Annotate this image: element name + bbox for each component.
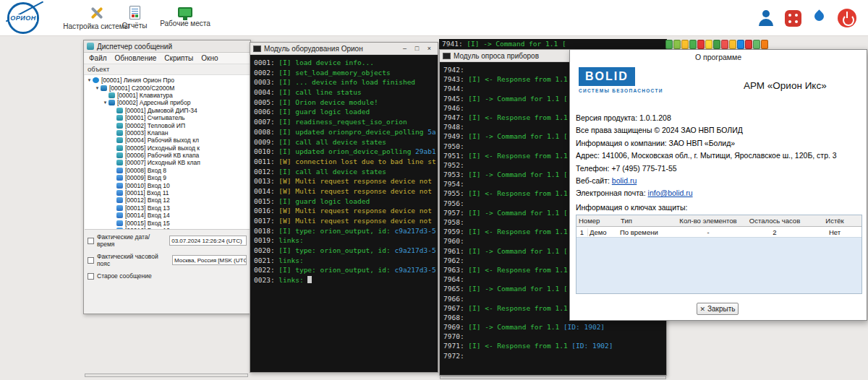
dialog-close-button[interactable]: ✕ Закрыть — [697, 303, 739, 315]
terminal-line: 7969: [I] -> Command for 1.1 [ID: 1902] — [443, 322, 665, 332]
orion-logo: ОРИОН — [7, 2, 39, 34]
line-number: 7951: — [443, 152, 468, 160]
panel-icon — [101, 85, 107, 91]
tree-item-label: [00004] Рабочий выход кл — [125, 137, 199, 144]
tree-item[interactable]: [00001] Дымовой ДИП-34 — [85, 107, 250, 114]
pin-icon[interactable] — [812, 10, 827, 26]
keys-table-row[interactable]: 1ДемоПо времени-2Нет — [576, 227, 861, 238]
line-number: 0005: — [254, 98, 278, 106]
tree-item[interactable]: [00005] Исходный выход к — [85, 144, 250, 152]
tree-item[interactable]: [00004] Рабочий выход кл — [85, 137, 250, 144]
tree-item[interactable]: [00002] Тепловой ИП — [85, 121, 250, 129]
tree-item[interactable]: [00011] Вход 11 — [85, 189, 250, 197]
line-number: 7955: — [443, 189, 468, 197]
dispatcher-title: Диспетчер сообщений — [97, 43, 172, 51]
zone-icon — [116, 168, 123, 173]
checkbox[interactable] — [88, 273, 94, 280]
status-icon[interactable] — [705, 40, 712, 49]
tree-expander-icon[interactable]: ▼ — [86, 78, 93, 82]
tree-item[interactable]: [00007] Исходный КВ клап — [85, 159, 250, 166]
tree-item[interactable]: ▼[00001] С2000/С2000М — [85, 84, 250, 91]
line-number: 7945: — [443, 95, 468, 103]
power-icon[interactable] — [838, 9, 856, 27]
status-icon[interactable] — [753, 40, 760, 49]
status-icon[interactable] — [737, 40, 744, 49]
status-icon[interactable] — [713, 40, 720, 49]
tree-item[interactable]: [00012] Вход 12 — [85, 197, 250, 204]
line-number: 0017: — [254, 217, 278, 225]
checkbox[interactable] — [88, 238, 94, 244]
tree-item[interactable]: [00003] Клапан — [85, 129, 250, 137]
keys-table-header-cell: Осталось часов — [741, 217, 808, 225]
tree-item-label: [00007] Исходный КВ клап — [125, 159, 200, 166]
dispatcher-titlebar[interactable]: Диспетчер сообщений — [84, 40, 250, 53]
status-icon[interactable] — [721, 40, 728, 49]
about-info-lines: Версия продукта: 1.0.1.208Все права защи… — [576, 112, 862, 175]
field-row: Старое сообщение — [88, 272, 247, 280]
row-index-cell: 1 — [576, 228, 588, 236]
zone-icon — [116, 197, 123, 203]
window-edge-fragment — [440, 376, 666, 379]
terminal-line: 0017: [W] Multi request response device … — [254, 216, 437, 226]
dispatcher-menubar: ФайлОбновлениеСкриптыОкно — [84, 53, 250, 64]
minimize-button[interactable]: – — [399, 44, 410, 53]
reports-button[interactable]: Отчёты — [114, 6, 155, 30]
maximize-button[interactable]: □ — [412, 44, 422, 53]
alarm-grid-icon[interactable] — [785, 10, 801, 27]
tree-item[interactable]: [00014] Вход 14 — [85, 212, 250, 219]
tree-item-label: [00001] Линия Орион Про — [101, 77, 174, 84]
tree-item[interactable]: [00008] Вход 8 — [85, 167, 250, 174]
terminal-line: 7971: [I] <- Response from 1.1 [ID: 1902… — [443, 341, 665, 350]
line-number: 7959: — [443, 228, 468, 236]
tree-item-label: [00001] Считыватель — [125, 114, 185, 121]
tree-item[interactable]: [00010] Вход 10 — [85, 181, 250, 189]
tree-item[interactable]: ▼[00001] Линия Орион Про — [85, 77, 250, 84]
bolid-logo-text: BOLID — [579, 67, 635, 86]
device-icon — [109, 92, 115, 98]
keys-table-header-cell: Истёк — [808, 217, 861, 225]
email-link[interactable]: info@bolid.ru — [648, 189, 693, 197]
line-number: 0012: — [254, 168, 278, 176]
tree-item[interactable]: [00015] Вход 15 — [85, 219, 250, 226]
close-window-button[interactable]: × — [424, 44, 435, 53]
status-icon[interactable] — [745, 40, 752, 49]
tree-item[interactable]: ▼[00002] Адресный прибор — [85, 99, 250, 106]
status-icon[interactable] — [681, 40, 689, 49]
keys-table-header-cell: Тип — [618, 217, 675, 225]
website-link[interactable]: bolid.ru — [612, 176, 637, 185]
status-icon[interactable] — [665, 40, 673, 49]
tree-item-label: [00003] Клапан — [125, 129, 168, 137]
status-icon[interactable] — [673, 40, 681, 49]
menu-item[interactable]: Обновление — [115, 54, 157, 62]
settings-tools-icon — [89, 6, 103, 20]
status-icon[interactable] — [761, 40, 768, 49]
checkbox[interactable] — [88, 257, 94, 264]
status-icon[interactable] — [697, 40, 705, 49]
polling-module-title: Модуль опроса приборов — [454, 52, 539, 60]
tree-expander-icon[interactable]: ▼ — [94, 86, 101, 90]
equipment-log[interactable]: 0001: [I] load device info...0002: [I] s… — [251, 56, 437, 371]
field-value-input[interactable]: Москва, Россия [MSK (UTC+3)] — [172, 255, 247, 265]
status-icon[interactable] — [729, 40, 736, 49]
menu-item[interactable]: Окно — [201, 54, 218, 62]
tree-item[interactable]: [00009] Вход 9 — [85, 174, 250, 181]
menu-item[interactable]: Скрипты — [164, 54, 193, 62]
status-icon[interactable] — [689, 40, 697, 49]
tree-item[interactable]: [00001] Считыватель — [85, 114, 250, 121]
console-icon — [443, 53, 451, 59]
tree-item[interactable]: [00001] Клавиатура — [85, 92, 250, 99]
workstations-button[interactable]: Рабочие места — [156, 6, 214, 27]
about-dialog: О программе BOLID СИСТЕМЫ БЕЗОПАСНОСТИ А… — [569, 49, 867, 321]
field-value-input[interactable]: 03.07.2024 12:26:24 (UTC) — [169, 236, 247, 246]
tree-expander-icon[interactable]: ▼ — [102, 100, 109, 105]
line-number: 7947: — [443, 113, 468, 121]
menu-item[interactable]: Файл — [89, 54, 107, 62]
device-icon — [116, 115, 123, 121]
tree-item[interactable]: [00006] Рабочий КВ клапа — [85, 152, 250, 159]
line-number: 0007: — [254, 118, 278, 126]
user-icon[interactable] — [758, 9, 774, 27]
keys-table-header: НомерТипКол-во элементовОсталось часовИс… — [576, 215, 861, 227]
line-number: 7965: — [443, 285, 468, 293]
equipment-module-titlebar[interactable]: Модуль оборудования Орион – □ × — [250, 43, 438, 55]
tree-item[interactable]: [00013] Вход 13 — [85, 204, 250, 212]
